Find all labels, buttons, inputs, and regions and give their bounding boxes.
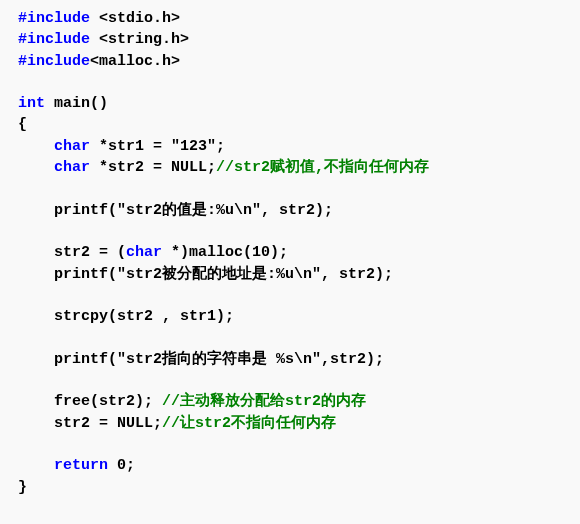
code-block: #include <stdio.h> #include <string.h> #…	[18, 8, 562, 498]
keyword: int	[18, 95, 45, 112]
code-line: str2 = (char *)malloc(10);	[18, 242, 562, 263]
code-text: <string.h>	[90, 31, 189, 48]
code-line: #include <string.h>	[18, 29, 562, 50]
comment: //str2赋初值,不指向任何内存	[216, 159, 429, 176]
code-line: return 0;	[18, 455, 562, 476]
code-text	[18, 138, 54, 155]
code-text: *str1 = "123";	[90, 138, 225, 155]
blank-line	[18, 434, 562, 455]
code-text: str2 = NULL;	[18, 415, 162, 432]
code-text	[18, 159, 54, 176]
keyword: char	[54, 138, 90, 155]
code-text: printf("str2指向的字符串是 %s\n",str2);	[18, 351, 384, 368]
code-text: main()	[45, 95, 108, 112]
keyword: #include	[18, 53, 90, 70]
code-line: #include <stdio.h>	[18, 8, 562, 29]
code-text: str2 = (	[18, 244, 126, 261]
comment: //让str2不指向任何内存	[162, 415, 336, 432]
blank-line	[18, 178, 562, 199]
code-line: printf("str2被分配的地址是:%u\n", str2);	[18, 264, 562, 285]
code-line: free(str2); //主动释放分配给str2的内存	[18, 391, 562, 412]
code-text: <malloc.h>	[90, 53, 180, 70]
keyword: char	[54, 159, 90, 176]
code-text: free(str2);	[18, 393, 162, 410]
code-line: {	[18, 114, 562, 135]
code-line: }	[18, 477, 562, 498]
code-text	[18, 457, 54, 474]
code-text: printf("str2被分配的地址是:%u\n", str2);	[18, 266, 393, 283]
code-text: strcpy(str2 , str1);	[18, 308, 234, 325]
keyword: #include	[18, 31, 90, 48]
keyword: #include	[18, 10, 90, 27]
code-line: printf("str2指向的字符串是 %s\n",str2);	[18, 349, 562, 370]
blank-line	[18, 221, 562, 242]
keyword: return	[54, 457, 108, 474]
code-line: char *str2 = NULL;//str2赋初值,不指向任何内存	[18, 157, 562, 178]
code-line: strcpy(str2 , str1);	[18, 306, 562, 327]
code-text: }	[18, 479, 27, 496]
code-line: #include<malloc.h>	[18, 51, 562, 72]
comment: //主动释放分配给str2的内存	[162, 393, 366, 410]
code-text: *)malloc(10);	[162, 244, 288, 261]
blank-line	[18, 285, 562, 306]
blank-line	[18, 72, 562, 93]
code-text: {	[18, 116, 27, 133]
code-text: printf("str2的值是:%u\n", str2);	[18, 202, 333, 219]
code-line: printf("str2的值是:%u\n", str2);	[18, 200, 562, 221]
keyword: char	[126, 244, 162, 261]
code-line: str2 = NULL;//让str2不指向任何内存	[18, 413, 562, 434]
code-text: 0;	[108, 457, 135, 474]
blank-line	[18, 327, 562, 348]
blank-line	[18, 370, 562, 391]
code-line: char *str1 = "123";	[18, 136, 562, 157]
code-line: int main()	[18, 93, 562, 114]
code-text: *str2 = NULL;	[90, 159, 216, 176]
code-text: <stdio.h>	[90, 10, 180, 27]
